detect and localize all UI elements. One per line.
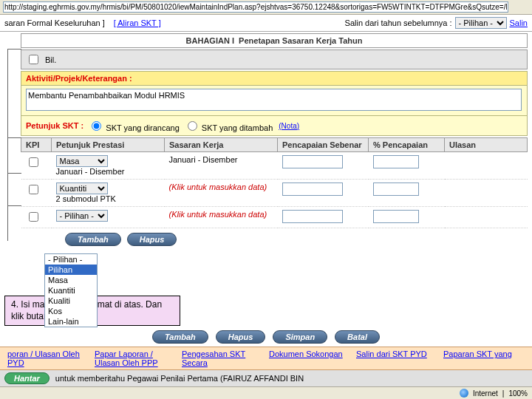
inner-button-row: Tambah Hapus <box>65 233 528 246</box>
dd-opt[interactable]: Masa <box>45 275 97 285</box>
bottom-button-row: Tambah Hapus Simpan Batal <box>0 327 532 347</box>
link-ulasan-ppp[interactable]: Papar Laporan / Ulasan Oleh PPP <box>95 349 158 367</box>
col-petunjuk: Petunjuk Prestasi <box>52 138 165 152</box>
row2-sub: 2 submodul PTK <box>56 194 116 203</box>
col-pencapaian: Pencapaian Sebenar <box>278 138 369 152</box>
tree-connector <box>7 49 21 241</box>
tambah-button-2[interactable]: Tambah <box>152 330 208 344</box>
col-kpi: KPI <box>21 138 52 152</box>
link-salin-pyd[interactable]: Salin dari SKT PYD <box>356 349 427 358</box>
globe-icon <box>460 389 468 398</box>
salin-link[interactable]: Salin <box>510 18 528 27</box>
hapus-button-2[interactable]: Hapus <box>216 330 266 344</box>
row3-checkbox[interactable] <box>29 212 38 222</box>
link-ulasan-pyd[interactable]: poran / Ulasan Oleh PYD <box>7 349 80 367</box>
row1-sasaran: Januari - Disember <box>165 152 278 180</box>
bil-row: Bil. <box>21 50 528 69</box>
copy-year-label: Salin dari tahun sebelumnya : <box>345 18 452 27</box>
topbar-text: saran Formal Keseluruhan ] <box>4 18 105 27</box>
row2-hint[interactable]: (Klik untuk masukkan data) <box>169 183 267 191</box>
dd-opt[interactable]: Lain-lain <box>45 316 97 327</box>
section-title: Penetapan Sasaran Kerja Tahun <box>239 36 362 45</box>
dd-opt[interactable]: Kuantiti <box>45 285 97 296</box>
section-header: BAHAGIAN I Penetapan Sasaran Kerja Tahun <box>21 33 528 48</box>
row3-kpi-select[interactable]: - Pilihan - <box>56 210 108 222</box>
main-content: Bil. Aktiviti/Projek/Keterangan : Memban… <box>0 50 532 246</box>
kpi-table: KPI Petunjuk Prestasi Sasaran Kerja Penc… <box>21 137 528 228</box>
link-pengesahan[interactable]: Pengesahan SKT Secara <box>182 349 245 367</box>
status-zoom: 100% <box>508 389 528 398</box>
link-dokumen[interactable]: Dokumen Sokongan <box>269 349 343 358</box>
top-toolbar: saran Formal Keseluruhan ] [ Aliran SKT … <box>0 15 532 32</box>
petunjuk-label: Petunjuk SKT : <box>26 121 83 130</box>
row1-kpi-select[interactable]: Masa <box>56 155 108 167</box>
row1-sub: Januari - Disember <box>56 167 125 176</box>
activity-header: Aktiviti/Projek/Keterangan : <box>21 72 527 86</box>
dd-opt[interactable]: Kualiti <box>45 296 97 306</box>
row2-checkbox[interactable] <box>29 185 38 194</box>
tambah-button[interactable]: Tambah <box>65 233 121 246</box>
col-peratus: % Pencapaian <box>369 138 445 152</box>
link-row: poran / Ulasan Oleh PYD Papar Laporan / … <box>0 347 532 370</box>
notify-msg: untuk memberitahu Pegawai Penilai Pertam… <box>55 374 304 383</box>
link-paparan-skt[interactable]: Paparan SKT yang <box>443 349 512 358</box>
url-input[interactable] <box>3 1 508 13</box>
row2-peratus-input[interactable] <box>373 183 419 196</box>
row1-peratus-input[interactable] <box>373 155 419 168</box>
status-bar: Internet | 100% <box>0 386 532 399</box>
row3-pencapaian-input[interactable] <box>282 210 343 223</box>
row2-kpi-select[interactable]: Kuantiti <box>56 183 108 194</box>
dd-opt[interactable]: Kos <box>45 306 97 316</box>
radio-ditambah[interactable] <box>188 121 197 131</box>
bil-label: Bil. <box>45 55 56 64</box>
address-bar <box>0 0 532 15</box>
activity-box: Aktiviti/Projek/Keterangan : Membantu Pe… <box>21 71 528 136</box>
dd-opt[interactable]: - Pilihan - <box>45 254 97 265</box>
activity-textarea[interactable]: Membantu Penambahbaikan Modul HRMIS <box>26 89 522 111</box>
radio-dirancang[interactable] <box>92 121 101 131</box>
hantar-button[interactable]: Hantar <box>4 372 50 384</box>
kpi-dropdown-open[interactable]: - Pilihan - Pilihan Masa Kuantiti Kualit… <box>44 253 98 327</box>
batal-button[interactable]: Batal <box>335 330 380 344</box>
aliran-skt-link[interactable]: [ Aliran SKT ] <box>114 18 161 27</box>
radio-ditambah-label: SKT yang ditambah <box>202 123 273 132</box>
row3-peratus-input[interactable] <box>373 210 419 223</box>
hapus-button[interactable]: Hapus <box>127 233 177 246</box>
bottom-section: Tambah Hapus Simpan Batal poran / Ulasan… <box>0 327 532 399</box>
status-internet: Internet <box>473 389 498 398</box>
col-sasaran: Sasaran Kerja <box>165 138 278 152</box>
table-row: Masa Januari - Disember Januari - Disemb… <box>21 152 528 180</box>
row2-pencapaian-input[interactable] <box>282 183 343 196</box>
bil-checkbox[interactable] <box>29 55 38 64</box>
row1-checkbox[interactable] <box>29 157 38 167</box>
row1-pencapaian-input[interactable] <box>282 155 343 168</box>
simpan-button[interactable]: Simpan <box>273 330 327 344</box>
dd-opt-selected[interactable]: Pilihan <box>45 265 97 275</box>
year-select[interactable]: - Pilihan - <box>455 17 507 29</box>
col-ulasan: Ulasan <box>445 138 528 152</box>
notify-bar: Hantar untuk memberitahu Pegawai Penilai… <box>0 370 532 386</box>
nota-link[interactable]: (Nota) <box>279 122 299 130</box>
section-part: BAHAGIAN I <box>186 36 234 45</box>
row3-hint[interactable]: (Klik untuk masukkan data) <box>169 210 267 219</box>
radio-dirancang-label: SKT yang dirancang <box>106 123 179 132</box>
table-row: Kuantiti 2 submodul PTK (Klik untuk masu… <box>21 180 528 207</box>
table-row: - Pilihan - (Klik untuk masukkan data) <box>21 207 528 228</box>
